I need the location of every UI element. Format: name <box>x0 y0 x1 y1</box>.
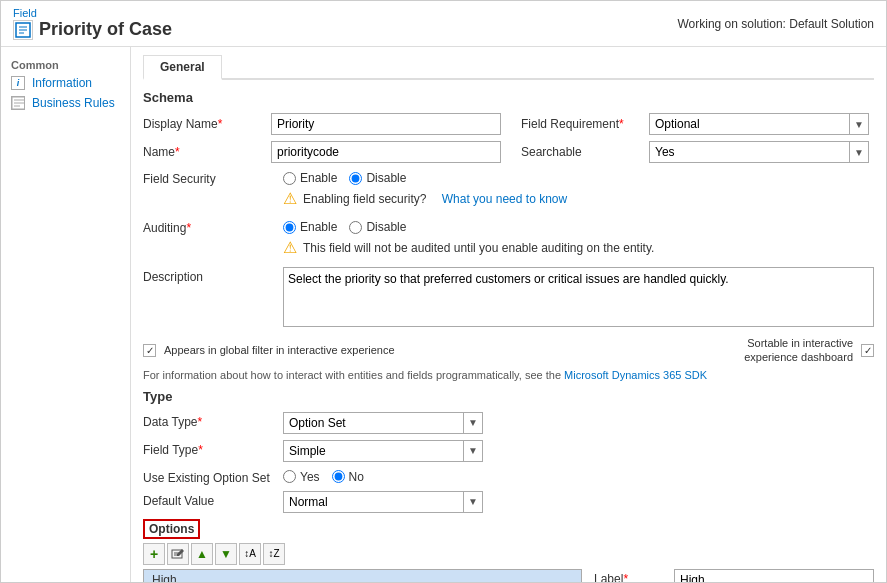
sidebar-item-business-rules[interactable]: Business Rules <box>1 93 130 113</box>
toolbar-sort-za-btn[interactable]: ↕Z <box>263 543 285 565</box>
auditing-radio-group: Enable Disable <box>283 218 874 234</box>
options-toolbar-row: + ▲ ▼ ↕A ↕Z <box>143 543 874 565</box>
breadcrumb: Field <box>13 7 172 19</box>
default-value-control: Normal High Low Critical ▼ <box>283 491 874 513</box>
default-value-arrow: ▼ <box>463 492 482 512</box>
default-value-row: Default Value Normal High Low Critical ▼ <box>143 491 874 513</box>
main-container: Field Priority of Case Working on soluti… <box>0 0 887 583</box>
searchable-label: Searchable <box>521 145 641 159</box>
sidebar-item-business-rules-label: Business Rules <box>32 96 115 110</box>
toolbar-add-btn[interactable]: + <box>143 543 165 565</box>
sortable-label: Sortable in interactive experience dashb… <box>693 336 853 365</box>
auditing-row: Auditing* Enable Disable ⚠ <box>143 218 874 261</box>
sidebar-item-information[interactable]: i Information <box>1 73 130 93</box>
use-existing-label: Use Existing Option Set <box>143 468 283 485</box>
detail-label-input-container <box>674 569 874 582</box>
options-container: High Normal Low Critical Label* <box>143 569 874 582</box>
default-value-label: Default Value <box>143 491 283 508</box>
field-security-disable-input[interactable] <box>349 172 362 185</box>
auditing-enable-input[interactable] <box>283 221 296 234</box>
description-row: Description Select the priority so that … <box>143 267 874 330</box>
detail-label-input[interactable] <box>674 569 874 582</box>
type-section: Type Data Type* Option Set Two Options I… <box>143 389 874 513</box>
toolbar-edit-btn[interactable] <box>167 543 189 565</box>
field-type-dropdown[interactable]: Simple Calculated Rollup ▼ <box>283 440 483 462</box>
use-existing-control: Yes No <box>283 468 874 484</box>
tab-bar: General <box>143 55 874 80</box>
searchable-dropdown[interactable]: Yes No ▼ <box>649 141 869 163</box>
default-value-dropdown[interactable]: Normal High Low Critical ▼ <box>283 491 483 513</box>
description-control: Select the priority so that preferred cu… <box>283 267 874 330</box>
type-section-title: Type <box>143 389 874 404</box>
searchable-select[interactable]: Yes No <box>650 142 849 162</box>
field-security-label: Field Security <box>143 169 283 186</box>
info-icon: i <box>11 77 27 89</box>
searchable-arrow: ▼ <box>849 142 868 162</box>
display-name-label: Display Name* <box>143 117 263 131</box>
field-requirement-col: Field Requirement* Optional Business Rec… <box>521 113 874 135</box>
use-existing-no-input[interactable] <box>332 470 345 483</box>
display-name-input[interactable] <box>271 113 501 135</box>
options-label: Options <box>143 519 200 539</box>
header-left: Field Priority of Case <box>13 7 172 40</box>
edit-icon <box>171 548 185 560</box>
auditing-enable-radio[interactable]: Enable <box>283 220 337 234</box>
global-filter-row: Appears in global filter in interactive … <box>143 336 874 365</box>
description-textarea[interactable]: Select the priority so that preferred cu… <box>283 267 874 327</box>
use-existing-yes-radio[interactable]: Yes <box>283 470 320 484</box>
auditing-disable-input[interactable] <box>349 221 362 234</box>
auditing-control: Enable Disable ⚠ This field will not be … <box>283 218 874 261</box>
global-filter-checkbox[interactable] <box>143 344 156 357</box>
sdk-link[interactable]: Microsoft Dynamics 365 SDK <box>564 369 707 381</box>
field-type-row: Field Type* Simple Calculated Rollup ▼ <box>143 440 874 462</box>
sidebar-common-section: Common <box>1 55 130 73</box>
sidebar: Common i Information <box>1 47 131 582</box>
field-security-radio-group: Enable Disable <box>283 169 874 185</box>
tab-general[interactable]: General <box>143 55 222 80</box>
use-existing-radio-group: Yes No <box>283 468 874 484</box>
detail-label-row: Label* <box>594 569 874 582</box>
sidebar-item-information-label: Information <box>32 76 92 90</box>
searchable-col: Searchable Yes No ▼ <box>521 141 874 163</box>
page-title-icon <box>13 20 33 40</box>
field-security-enable-radio[interactable]: Enable <box>283 171 337 185</box>
name-input[interactable] <box>271 141 501 163</box>
global-filter-label: Appears in global filter in interactive … <box>164 343 395 357</box>
sortable-checkbox[interactable] <box>861 344 874 357</box>
use-existing-row: Use Existing Option Set Yes No <box>143 468 874 485</box>
description-label: Description <box>143 267 283 284</box>
field-requirement-dropdown[interactable]: Optional Business Recommended Business R… <box>649 113 869 135</box>
field-security-link[interactable]: What you need to know <box>442 192 567 206</box>
option-item-high[interactable]: High <box>144 570 581 582</box>
auditing-disable-radio[interactable]: Disable <box>349 220 406 234</box>
default-value-select[interactable]: Normal High Low Critical <box>284 492 463 512</box>
toolbar-down-btn[interactable]: ▼ <box>215 543 237 565</box>
body-container: Common i Information <box>1 47 886 582</box>
field-security-row: Field Security Enable Disable <box>143 169 874 212</box>
sortable-right: Sortable in interactive experience dashb… <box>693 336 874 365</box>
detail-label-label: Label* <box>594 569 674 582</box>
use-existing-no-radio[interactable]: No <box>332 470 364 484</box>
display-name-col: Display Name* <box>143 113 501 135</box>
toolbar-up-btn[interactable]: ▲ <box>191 543 213 565</box>
toolbar-sort-az-btn[interactable]: ↕A <box>239 543 261 565</box>
data-type-control: Option Set Two Options Image Whole Numbe… <box>283 412 874 434</box>
field-type-select[interactable]: Simple Calculated Rollup <box>284 441 463 461</box>
options-list: High Normal Low Critical <box>143 569 582 582</box>
data-type-arrow: ▼ <box>463 413 482 433</box>
rules-icon <box>11 97 27 109</box>
field-type-control: Simple Calculated Rollup ▼ <box>283 440 874 462</box>
field-requirement-select[interactable]: Optional Business Recommended Business R… <box>650 114 849 134</box>
options-header: Options <box>143 519 874 539</box>
data-type-select[interactable]: Option Set Two Options Image Whole Numbe… <box>284 413 463 433</box>
field-security-disable-radio[interactable]: Disable <box>349 171 406 185</box>
field-security-enable-input[interactable] <box>283 172 296 185</box>
auditing-warning-row: ⚠ This field will not be audited until y… <box>283 234 874 261</box>
content-area: General Schema Display Name* Field Requi… <box>131 47 886 582</box>
global-filter-left: Appears in global filter in interactive … <box>143 343 395 357</box>
display-name-row: Display Name* Field Requirement* Optiona… <box>143 113 874 135</box>
data-type-dropdown[interactable]: Option Set Two Options Image Whole Numbe… <box>283 412 483 434</box>
name-row: Name* Searchable Yes No ▼ <box>143 141 874 163</box>
auditing-warning-icon: ⚠ <box>283 238 297 257</box>
use-existing-yes-input[interactable] <box>283 470 296 483</box>
